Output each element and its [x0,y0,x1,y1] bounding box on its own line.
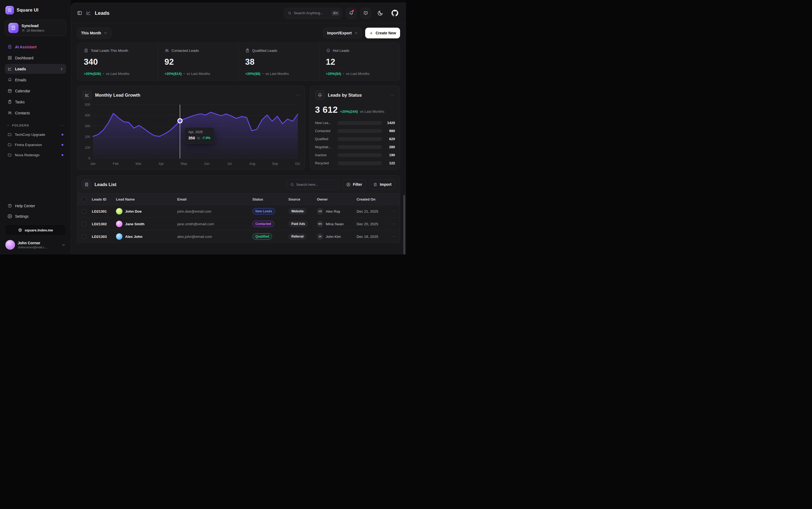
line-chart[interactable]: 5004003002001000JanFebMarAprMayJunJulAug… [82,102,300,167]
row-menu-button[interactable] [390,209,395,213]
sidebar-item-tasks[interactable]: Tasks [5,97,66,107]
page-title: Leads [95,10,109,16]
status-bar-track [338,153,382,157]
svg-text:Oct: Oct [295,162,300,166]
import-export-button[interactable]: Import/Export [323,28,362,38]
sidebar-item-ai-assistant[interactable]: AI Assistant [5,42,66,52]
owner-name: Mina Swan [326,222,344,226]
lead-id: LD21302 [92,222,116,226]
chart-menu-button[interactable] [295,93,300,97]
owner-name: John Kim [326,235,341,239]
sidebar-toggle-button[interactable] [77,10,82,15]
row-checkbox[interactable] [81,222,86,226]
table-row[interactable]: LD21303Alex Johnalex.john@email.comQuali… [77,230,400,243]
column-header[interactable]: Leads ID [92,197,116,201]
folder-icon [7,132,12,137]
sidebar-item-label: Dashboard [15,56,34,60]
chevron-down-icon [354,31,358,35]
import-button[interactable]: Import [369,179,396,190]
workspace-name: Synclead [22,24,44,28]
lead-id: LD21301 [92,209,116,213]
table-row[interactable]: LD21301John Doejohn.doe@email.comNew Lea… [77,205,400,218]
leads-list-title: Leads List [95,182,116,187]
folders-menu-icon[interactable] [60,123,64,128]
column-header[interactable]: Source [289,197,317,201]
column-header[interactable]: Owner [317,197,357,201]
svg-text:Jun: Jun [204,162,209,166]
sidebar-item-contacts[interactable]: Contacts [5,108,66,118]
column-header[interactable]: Lead Name [116,197,177,201]
stats-row: Total Leads This Month340+20%($36)•vs La… [77,43,400,81]
row-checkbox[interactable] [81,234,86,239]
stat-value: 92 [165,57,232,67]
status-bar-track [338,145,382,149]
status-bar-label: Negotiati... [315,145,335,149]
search-icon [287,11,292,15]
messages-button[interactable] [360,8,371,19]
status-card-icon [315,90,325,100]
status-bar-track [338,161,382,165]
status-menu-button[interactable] [390,93,395,97]
table-row[interactable]: LD21302Jane Smithjane.smith@email.comCon… [77,218,400,230]
filter-button[interactable]: Filter [342,179,366,190]
sidebar-item-emails[interactable]: Emails [5,75,66,85]
monthly-lead-growth-card: Monthly Lead Growth 5004003002001000JanF… [77,86,305,170]
search-shortcut-badge: ⌘K [331,10,340,16]
owner-avatar: MS [317,221,323,227]
status-bar-track [338,121,382,125]
folders-section-header[interactable]: FOLDERS [5,123,66,128]
chart-card-icon [82,90,92,100]
app-logo-icon [5,6,14,14]
folder-label: Fintra Expansion [15,143,42,147]
period-select[interactable]: This Month [77,28,111,38]
column-header[interactable]: Status [252,197,289,201]
stat-delta: +20%($8) [245,72,261,76]
folder-item[interactable]: Fintra Expansion [5,140,66,149]
folder-item[interactable]: Nova Redesign [5,150,66,160]
help-icon [7,203,12,208]
workspace-domain-button[interactable]: square.Indev.me [5,225,66,236]
sidebar-item-leads[interactable]: Leads [5,64,66,74]
sidebar: Square UI Synclead 16 Members AI Assista… [0,0,71,254]
row-menu-button[interactable] [390,234,395,239]
clipboard-icon [245,48,250,53]
column-header[interactable]: Created On [357,197,390,201]
stat-vs: vs Last Months [346,72,370,76]
sidebar-item-help-center[interactable]: Help Center [5,201,66,211]
search-input[interactable] [294,11,329,15]
charts-row: Monthly Lead Growth 5004003002001000JanF… [77,86,400,170]
github-icon [392,10,398,16]
owner-name: Alex Ray [326,209,340,213]
avatar [116,221,123,227]
user-menu[interactable]: John Cornor Johncornor@mail.c... [5,239,66,250]
workspace-switcher[interactable]: Synclead 16 Members [5,20,66,36]
row-menu-button[interactable] [390,222,395,226]
lead-id: LD21303 [92,235,116,239]
scrollbar-thumb[interactable] [403,195,405,254]
sidebar-item-dashboard[interactable]: Dashboard [5,53,66,63]
sidebar-item-settings[interactable]: Settings [5,211,66,221]
row-checkbox[interactable] [81,209,86,214]
svg-text:Mar: Mar [136,162,141,166]
stat-label: Hot Leads [333,48,349,53]
create-new-button[interactable]: Create New [365,28,400,38]
created-on: Dec 20, 2025 [357,222,390,226]
column-header[interactable]: Email [177,197,252,201]
avatar [116,233,123,240]
leads-list-card: Leads List Filter Import Leads IDLead Na… [77,175,400,243]
stat-vs: vs Last Months [265,72,289,76]
select-all-checkbox[interactable] [81,197,86,202]
notifications-button[interactable] [346,8,357,19]
github-button[interactable] [390,8,400,19]
status-delta: +20%(244) [340,109,358,113]
sidebar-item-calendar[interactable]: 17Calendar [5,86,66,96]
svg-text:Jan: Jan [90,162,96,166]
leads-search-input[interactable] [296,182,336,186]
lead-email: jane.smith@email.com [177,222,252,226]
search-icon [290,182,294,186]
user-name: John Cornor [18,241,47,245]
receipt-icon [373,182,377,186]
theme-toggle-button[interactable] [375,8,385,19]
stat-card: Qualified Leads38+20%($8)•vs Last Months [238,43,319,80]
folder-item[interactable]: TechCorp Upgrade [5,130,66,139]
